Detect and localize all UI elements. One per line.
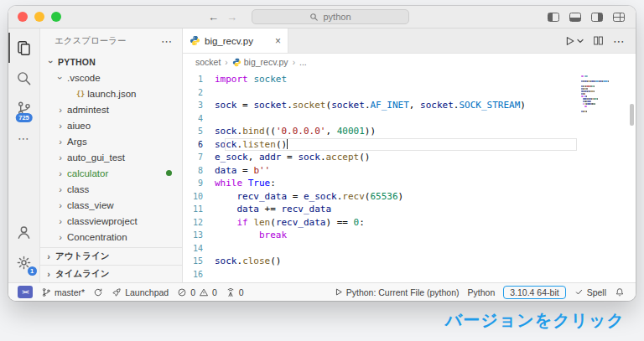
- activity-settings-button[interactable]: 1: [8, 247, 40, 277]
- tree-item-.vscode[interactable]: ›.vscode: [40, 70, 182, 85]
- tree-item-label: PYTHON: [58, 57, 96, 67]
- run-python-file-button[interactable]: [564, 35, 584, 47]
- notifications-item[interactable]: [610, 283, 629, 301]
- line-number[interactable]: 11: [183, 203, 215, 216]
- line-number[interactable]: 15: [183, 255, 215, 268]
- tab-close-icon[interactable]: ×: [275, 36, 281, 46]
- line-number[interactable]: 12: [183, 216, 215, 230]
- toggle-secondary-sidebar-icon[interactable]: [591, 13, 603, 22]
- branch-label: master*: [55, 287, 85, 297]
- launchpad-item[interactable]: Launchpad: [107, 283, 173, 301]
- remote-indicator[interactable]: ><: [13, 283, 37, 301]
- tree-item-launch.json[interactable]: {}launch.json: [40, 85, 182, 101]
- tree-item-Args[interactable]: ›Args: [40, 133, 182, 149]
- line-number[interactable]: 13: [183, 229, 215, 242]
- spell-checker-item[interactable]: Spell: [570, 283, 610, 301]
- activity-search-button[interactable]: [8, 63, 40, 93]
- vscode-window: ← → python 725: [8, 6, 636, 301]
- chevron-right-icon: ›: [56, 105, 65, 115]
- minimize-window-button[interactable]: [34, 12, 44, 22]
- toggle-panel-icon[interactable]: [569, 13, 581, 22]
- line-number[interactable]: 6: [183, 138, 215, 152]
- maximize-window-button[interactable]: [51, 12, 61, 22]
- tree-item-class_view[interactable]: ›class_view: [40, 197, 182, 213]
- problems-item[interactable]: 0 0: [173, 283, 221, 301]
- tree-item-aiueo[interactable]: ›aiueo: [40, 117, 182, 133]
- activity-source-control-button[interactable]: 725: [8, 93, 40, 123]
- line-number[interactable]: 7: [183, 151, 215, 164]
- tree-item-PYTHON[interactable]: ›PYTHON: [40, 54, 182, 70]
- git-branch-item[interactable]: master*: [37, 283, 89, 301]
- sidebar-more-actions[interactable]: ⋯: [161, 35, 172, 48]
- line-number[interactable]: 14: [183, 242, 215, 256]
- code-line-10[interactable]: 10 recv_data = e_sock.recv(65536): [183, 190, 636, 204]
- line-number[interactable]: 10: [183, 190, 215, 204]
- tree-item-auto_gui_test[interactable]: ›auto_gui_test: [40, 149, 182, 165]
- code-line-4[interactable]: 4: [183, 112, 636, 126]
- line-number[interactable]: 16: [183, 268, 215, 282]
- code-text: while True:: [215, 177, 276, 190]
- code-line-3[interactable]: 3sock = socket.socket(socket.AF_INET, so…: [183, 99, 636, 112]
- editor-area: big_recv.py × ⋯ socket › big_recv: [183, 28, 636, 282]
- toggle-sidebar-icon[interactable]: [548, 13, 559, 22]
- traffic-lights: [18, 12, 61, 22]
- code-line-15[interactable]: 15sock.close(): [183, 255, 636, 268]
- line-number[interactable]: 1: [183, 73, 215, 86]
- ports-item[interactable]: 0: [221, 283, 248, 301]
- code-line-1[interactable]: 1import socket: [183, 73, 636, 86]
- tree-item-Concentration[interactable]: ›Concentration: [40, 229, 182, 245]
- outline-section[interactable]: › アウトライン: [40, 247, 182, 265]
- tree-item-classviewproject[interactable]: ›classviewproject: [40, 213, 182, 229]
- code-line-8[interactable]: 8data = b'': [183, 164, 636, 178]
- tree-item-calculator[interactable]: ›calculator: [40, 165, 182, 181]
- code-line-12[interactable]: 12 if len(recv_data) == 0:: [183, 216, 636, 230]
- code-text: break: [215, 229, 287, 242]
- code-line-11[interactable]: 11 data += recv_data: [183, 203, 636, 216]
- tree-item-class[interactable]: ›class: [40, 181, 182, 197]
- search-icon: [16, 70, 32, 86]
- line-number[interactable]: 9: [183, 177, 215, 190]
- history-back-button[interactable]: ←: [208, 12, 219, 23]
- code-editor[interactable]: 1import socket23sock = socket.socket(soc…: [183, 70, 636, 282]
- close-window-button[interactable]: [18, 12, 28, 22]
- breadcrumb-symbol[interactable]: ...: [299, 57, 307, 67]
- chevron-right-icon: ›: [56, 152, 65, 163]
- code-line-7[interactable]: 7e_sock, addr = sock.accept(): [183, 151, 636, 164]
- line-number[interactable]: 8: [183, 164, 215, 178]
- command-center-search[interactable]: python: [252, 9, 409, 24]
- history-forward-button[interactable]: →: [226, 12, 237, 23]
- python-interpreter-item[interactable]: 3.10.4 64-bit: [499, 283, 569, 301]
- breadcrumb-folder[interactable]: socket: [195, 57, 221, 67]
- activity-accounts-button[interactable]: [8, 217, 40, 247]
- code-line-13[interactable]: 13 break: [183, 229, 636, 242]
- scrollbar-thumb[interactable]: [630, 104, 634, 126]
- code-line-16[interactable]: 16: [183, 268, 636, 282]
- code-line-2[interactable]: 2: [183, 86, 636, 100]
- sync-status-item[interactable]: [89, 283, 107, 301]
- code-text: data += recv_data: [215, 203, 331, 216]
- timeline-section[interactable]: › タイムライン: [40, 265, 182, 282]
- split-editor-icon[interactable]: [593, 35, 604, 46]
- run-task-item[interactable]: Python: Current File (python): [330, 283, 464, 301]
- line-number[interactable]: 3: [183, 99, 215, 112]
- activity-explorer-button[interactable]: [8, 33, 40, 63]
- line-number[interactable]: 4: [183, 112, 215, 126]
- code-line-14[interactable]: 14: [183, 242, 636, 256]
- line-number[interactable]: 2: [183, 86, 215, 100]
- code-text: sock.close(): [215, 255, 282, 268]
- customize-layout-icon[interactable]: [613, 13, 625, 22]
- file-tree: ›PYTHON›.vscode{}launch.json›admintest›a…: [40, 54, 182, 247]
- line-number[interactable]: 5: [183, 125, 215, 138]
- code-line-6[interactable]: 6sock.listen(): [183, 138, 636, 152]
- code-line-5[interactable]: 5sock.bind(('0.0.0.0', 40001)): [183, 125, 636, 138]
- code-line-9[interactable]: 9while True:: [183, 177, 636, 190]
- activity-more-button[interactable]: ⋯: [8, 123, 40, 153]
- tree-item-admintest[interactable]: ›admintest: [40, 101, 182, 117]
- language-mode-item[interactable]: Python: [464, 283, 500, 301]
- breadcrumb-file[interactable]: big_recv.py: [232, 57, 288, 67]
- language-label: Python: [468, 287, 496, 297]
- minimap[interactable]: [581, 75, 625, 115]
- tree-item-label: calculator: [67, 168, 108, 178]
- more-actions-icon[interactable]: ⋯: [613, 34, 626, 48]
- tab-big-recv-py[interactable]: big_recv.py ×: [183, 28, 288, 53]
